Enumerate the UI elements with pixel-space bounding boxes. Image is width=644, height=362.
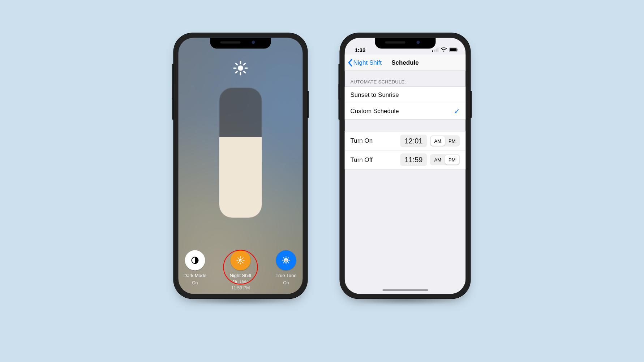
- night-shift-label: Night Shift: [230, 273, 252, 278]
- turn-on-time[interactable]: 12:01: [400, 134, 427, 147]
- svg-line-28: [288, 262, 289, 263]
- dark-mode-status: On: [192, 280, 198, 285]
- turn-off-label: Turn Off: [351, 156, 373, 163]
- dark-mode-icon: [191, 256, 199, 265]
- chevron-left-icon: [348, 59, 353, 66]
- svg-rect-36: [450, 48, 457, 51]
- dark-mode-button[interactable]: Dark Mode On: [179, 250, 212, 290]
- svg-rect-34: [438, 48, 439, 52]
- turn-off-am[interactable]: AM: [431, 155, 445, 165]
- svg-rect-37: [458, 49, 458, 51]
- wifi-icon: [441, 48, 447, 52]
- turn-off-ampm[interactable]: AM PM: [430, 154, 460, 165]
- true-tone-status: On: [283, 280, 289, 285]
- svg-line-29: [283, 262, 284, 263]
- turn-on-am[interactable]: AM: [431, 136, 445, 146]
- svg-line-8: [244, 63, 245, 65]
- svg-line-30: [288, 258, 289, 258]
- night-shift-button[interactable]: Night Shift On Until 11:59 PM: [224, 250, 257, 290]
- control-center-screen: Dark Mode On: [179, 38, 303, 294]
- svg-line-5: [236, 63, 237, 65]
- time-list: Turn On 12:01 AM PM Turn Off 11:59: [345, 131, 466, 169]
- option-custom-schedule[interactable]: Custom Schedule ✓: [345, 103, 466, 119]
- svg-line-15: [238, 258, 239, 258]
- status-time: 1:32: [355, 47, 366, 53]
- brightness-icon: [233, 60, 249, 76]
- option-sunset-label: Sunset to Sunrise: [351, 91, 399, 99]
- turn-on-row: Turn On 12:01 AM PM: [345, 132, 466, 150]
- true-tone-button[interactable]: True Tone On: [270, 250, 303, 290]
- turn-on-ampm[interactable]: AM PM: [430, 135, 460, 146]
- svg-line-6: [244, 72, 245, 73]
- dark-mode-label: Dark Mode: [184, 273, 207, 278]
- brightness-fill: [219, 137, 262, 217]
- svg-line-16: [242, 262, 243, 263]
- battery-icon: [449, 48, 459, 52]
- svg-line-17: [238, 262, 239, 263]
- option-sunset-to-sunrise[interactable]: Sunset to Sunrise: [345, 87, 466, 103]
- back-label: Night Shift: [353, 59, 382, 66]
- turn-on-pm[interactable]: PM: [445, 136, 459, 146]
- turn-off-time[interactable]: 11:59: [400, 154, 427, 166]
- night-shift-status-2: 11:59 PM: [231, 285, 250, 290]
- svg-rect-32: [434, 50, 435, 52]
- home-indicator[interactable]: [382, 289, 428, 291]
- phone-settings: 1:32: [340, 33, 471, 299]
- night-shift-status-1: On Until: [233, 279, 248, 284]
- phone-control-center: Dark Mode On: [174, 33, 308, 299]
- true-tone-icon: [282, 256, 291, 265]
- section-header-automate: Automate Schedule:: [345, 71, 466, 87]
- svg-line-7: [236, 72, 237, 73]
- svg-rect-31: [432, 51, 433, 52]
- svg-rect-33: [436, 49, 437, 52]
- brightness-slider[interactable]: [219, 88, 262, 218]
- cellular-icon: [432, 48, 439, 52]
- checkmark-icon: ✓: [454, 107, 460, 116]
- automate-list: Sunset to Sunrise Custom Schedule ✓: [345, 87, 466, 120]
- night-shift-icon: [236, 256, 245, 265]
- svg-point-0: [238, 65, 243, 71]
- svg-line-27: [283, 258, 284, 258]
- turn-on-label: Turn On: [351, 137, 373, 145]
- back-button[interactable]: Night Shift: [345, 59, 382, 66]
- option-custom-label: Custom Schedule: [351, 108, 399, 115]
- nav-bar: Night Shift Schedule: [345, 55, 466, 71]
- turn-off-pm[interactable]: PM: [445, 155, 459, 165]
- settings-screen: 1:32: [345, 38, 466, 294]
- turn-off-row: Turn Off 11:59 AM PM: [345, 150, 466, 169]
- true-tone-label: True Tone: [276, 273, 297, 278]
- svg-line-18: [242, 258, 243, 258]
